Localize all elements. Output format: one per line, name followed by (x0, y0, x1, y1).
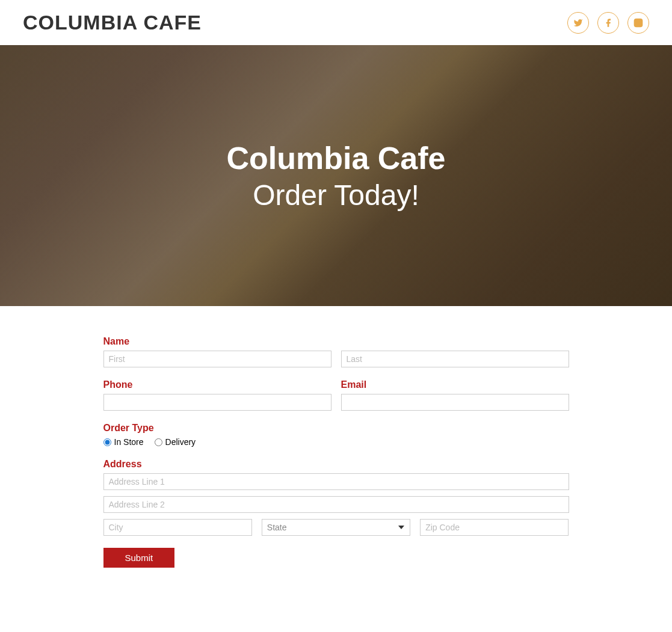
last-name-input[interactable] (341, 351, 569, 367)
radio-in-store-text: In Store (114, 437, 144, 447)
social-icons (567, 12, 649, 34)
state-select[interactable]: State (262, 519, 410, 536)
site-logo: COLUMBIA CAFE (23, 11, 202, 34)
hero-banner: Columbia Cafe Order Today! (0, 45, 672, 306)
instagram-icon (633, 18, 643, 28)
radio-in-store[interactable] (103, 438, 111, 446)
order-form: Name Phone Email Order Type In Store (99, 336, 574, 568)
facebook-link[interactable] (597, 12, 619, 34)
twitter-icon (573, 18, 583, 28)
phone-label: Phone (103, 379, 331, 390)
first-name-input[interactable] (103, 351, 331, 367)
phone-input[interactable] (103, 394, 331, 411)
radio-delivery[interactable] (155, 438, 162, 446)
hero-subtitle: Order Today! (253, 179, 419, 212)
address-line1-input[interactable] (103, 473, 569, 490)
name-label: Name (103, 336, 331, 347)
zip-input[interactable] (420, 519, 569, 536)
radio-delivery-label[interactable]: Delivery (155, 437, 196, 447)
city-input[interactable] (103, 519, 252, 536)
hero-title: Columbia Cafe (226, 140, 445, 176)
instagram-link[interactable] (627, 12, 649, 34)
address-line2-input[interactable] (103, 496, 569, 513)
order-type-label: Order Type (103, 423, 569, 434)
radio-delivery-text: Delivery (165, 437, 196, 447)
order-type-radio-group: In Store Delivery (103, 437, 569, 447)
radio-in-store-label[interactable]: In Store (103, 437, 144, 447)
email-label: Email (341, 379, 569, 390)
submit-button[interactable]: Submit (103, 548, 175, 568)
address-label: Address (103, 459, 569, 470)
twitter-link[interactable] (567, 12, 589, 34)
facebook-icon (603, 18, 613, 28)
header: COLUMBIA CAFE (0, 0, 672, 45)
email-input[interactable] (341, 394, 569, 411)
